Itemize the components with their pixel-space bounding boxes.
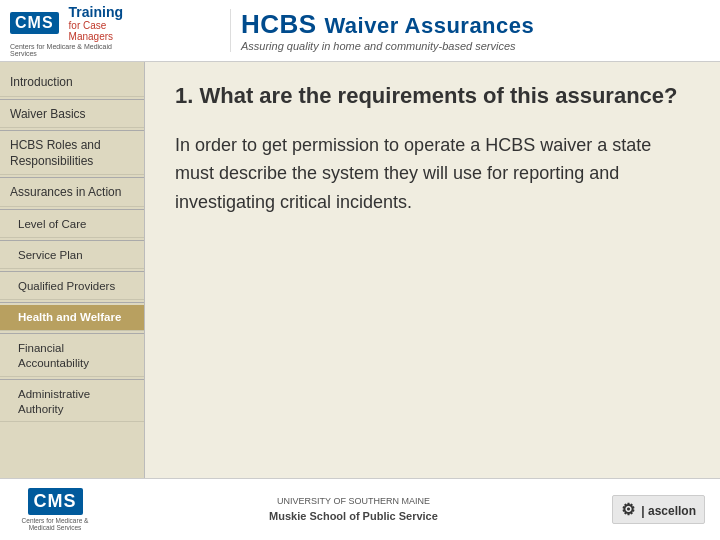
footer-center: UNIVERSITY OF SOUTHERN MAINE Muskie Scho… [269, 495, 438, 525]
footer-cms-acronym: CMS [28, 488, 83, 515]
main-layout: Introduction Waiver Basics HCBS Roles an… [0, 62, 720, 478]
content-area: 1. What are the requirements of this ass… [145, 62, 720, 478]
sidebar-item-level-of-care[interactable]: Level of Care [0, 212, 144, 238]
hcbs-title-text: Waiver Assurances [324, 13, 534, 38]
ascellon-label: | ascellon [641, 504, 696, 518]
sidebar: Introduction Waiver Basics HCBS Roles an… [0, 62, 145, 478]
training-badge: Training for Case Managers [69, 4, 140, 42]
content-body: In order to get permission to operate a … [175, 131, 690, 217]
header-right: HCBS Waiver Assurances Assuring quality … [230, 9, 710, 52]
sidebar-item-assurances-in-action[interactable]: Assurances in Action [0, 180, 144, 207]
sidebar-item-financial-accountability[interactable]: Financial Accountability [0, 336, 144, 377]
sidebar-item-administrative-authority[interactable]: Administrative Authority [0, 382, 144, 423]
university-line1: UNIVERSITY OF SOUTHERN MAINE [269, 495, 438, 509]
sidebar-item-introduction[interactable]: Introduction [0, 70, 144, 97]
hcbs-subtitle: Assuring quality in home and community-b… [241, 40, 710, 52]
ascellon-badge: ⚙ | ascellon [612, 495, 705, 524]
university-line2: Muskie School of Public Service [269, 508, 438, 525]
sidebar-item-hcbs-roles[interactable]: HCBS Roles and Responsibilities [0, 133, 144, 175]
hcbs-prefix: HCBS [241, 9, 324, 39]
footer-left: CMS Centers for Medicare & Medicaid Serv… [15, 488, 95, 531]
sidebar-item-health-and-welfare[interactable]: Health and Welfare [0, 305, 144, 331]
footer-cms-sub: Centers for Medicare & Medicaid Services [15, 517, 95, 531]
cms-logo: CMS Training for Case Managers Centers f… [10, 6, 140, 56]
sidebar-item-service-plan[interactable]: Service Plan [0, 243, 144, 269]
sidebar-item-qualified-providers[interactable]: Qualified Providers [0, 274, 144, 300]
header-left: CMS Training for Case Managers Centers f… [10, 6, 230, 56]
hcbs-title: HCBS Waiver Assurances [241, 9, 710, 40]
training-label: Training [69, 4, 140, 20]
header: CMS Training for Case Managers Centers f… [0, 0, 720, 62]
for-label: for Case Managers [69, 20, 140, 42]
footer-right: ⚙ | ascellon [612, 495, 705, 524]
cms-sub: Centers for Medicare & Medicaid Services [10, 43, 140, 57]
content-question: 1. What are the requirements of this ass… [175, 82, 690, 111]
footer: CMS Centers for Medicare & Medicaid Serv… [0, 478, 720, 540]
cms-acronym: CMS [10, 12, 59, 34]
sidebar-item-waiver-basics[interactable]: Waiver Basics [0, 102, 144, 129]
